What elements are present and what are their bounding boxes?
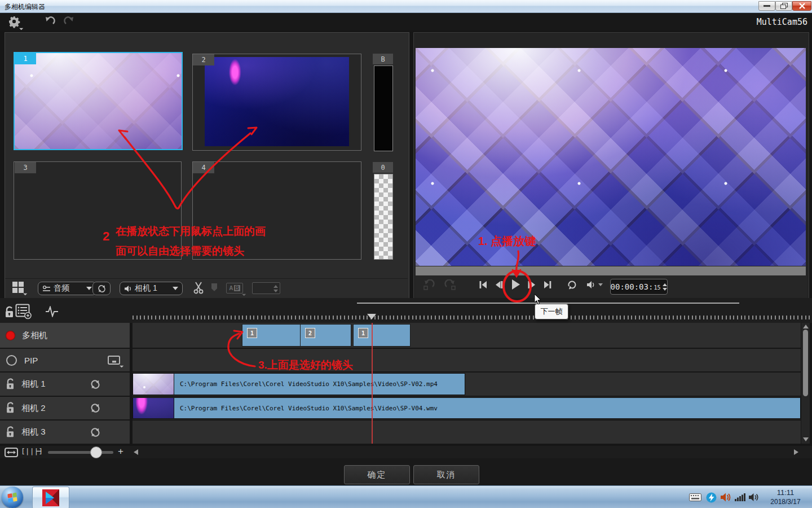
transition-ab-button-disabled: A B (226, 283, 243, 294)
videostudio-app-icon (42, 489, 59, 506)
track-header-camera2[interactable]: 相机 2 (0, 397, 130, 419)
split-clip-button[interactable] (193, 282, 204, 294)
annotation-step1: 1. 点播放键 (478, 234, 536, 249)
playhead-handle[interactable] (367, 314, 376, 319)
volume-tray-icon[interactable] (748, 493, 760, 502)
camera1-track-lane[interactable]: C:\Program Files\Corel\Corel VideoStudio… (133, 373, 801, 396)
timecode-spinner[interactable] (663, 283, 667, 291)
track-header-camera3[interactable]: 相机 3 (0, 421, 130, 444)
unlock-icon[interactable] (6, 378, 15, 391)
multicam-segment[interactable]: 1 (353, 324, 411, 347)
pip-toggle-icon[interactable] (6, 355, 17, 366)
play-button[interactable] (510, 279, 521, 290)
flash-tray-icon[interactable] (706, 492, 717, 503)
undo-icon (44, 16, 55, 27)
layout-grid-button[interactable] (12, 281, 24, 294)
track-label: 相机 2 (21, 403, 46, 414)
prev-frame-icon (495, 281, 504, 289)
zoom-slider-thumb[interactable] (90, 446, 102, 458)
network-tray-icon[interactable] (735, 493, 745, 501)
track-header-multicam[interactable]: 多相机 (0, 323, 130, 348)
redo-button[interactable] (64, 16, 75, 27)
camera-audio-dropdown[interactable]: 相机 1 (120, 282, 183, 295)
audio-dropdown-caret-icon (86, 287, 92, 290)
multicam-track-lane[interactable]: 1 2 1 (133, 323, 801, 348)
annotation-step3: 3.上面是选好的镜头 (258, 358, 353, 373)
unlock-icon[interactable] (6, 426, 15, 439)
camera2-clip-thumbnail (133, 398, 174, 418)
timecode-field[interactable]: 00:00:03:15 (610, 279, 668, 295)
ruler-ticks[interactable] (133, 314, 810, 319)
zoom-in-button[interactable]: + (118, 446, 123, 457)
fit-to-window-icon[interactable] (5, 448, 18, 457)
spinner-arrows-icon (273, 285, 278, 292)
lock-tracks-button[interactable] (5, 305, 15, 319)
sync-icon[interactable] (90, 379, 100, 389)
waveform-icon (45, 306, 59, 317)
annotation-step2-number: 2 (103, 229, 109, 244)
touch-keyboard-tray-icon[interactable] (689, 493, 701, 501)
multicam-editor-window: 多相机编辑器 (0, 0, 812, 508)
go-to-start-button[interactable] (479, 281, 488, 289)
timecode-value: 00:00:03: (611, 282, 654, 291)
add-track-button[interactable] (15, 304, 32, 319)
vertical-scrollbar[interactable] (801, 323, 810, 444)
settings-button[interactable] (7, 15, 21, 28)
camera2-track-lane[interactable]: C:\Program Files\Corel\Corel VideoStudio… (133, 397, 801, 419)
scroll-up-arrow[interactable] (803, 325, 809, 329)
videostudio-taskbar-button[interactable] (32, 487, 69, 508)
lock-icon (5, 305, 15, 319)
preview-video[interactable] (416, 48, 806, 266)
preview-seekbar[interactable] (416, 266, 806, 275)
rotate-left-button-disabled (423, 279, 435, 291)
camera2-clip[interactable]: C:\Program Files\Corel\Corel VideoStudio… (133, 397, 801, 419)
multicam-segment[interactable]: 2 (300, 324, 351, 347)
vertical-scroll-thumb[interactable] (803, 330, 808, 396)
segment-camera-badge: 1 (247, 328, 257, 338)
zoom-slider-track[interactable] (48, 451, 113, 454)
audio-source-dropdown[interactable]: 音频 (38, 282, 96, 295)
next-frame-button[interactable] (527, 281, 536, 289)
volume-caret-icon (598, 283, 603, 286)
zoom-out-button[interactable]: − (36, 446, 42, 457)
minimize-button[interactable] (758, 1, 775, 11)
scroll-left-arrow[interactable] (134, 449, 138, 455)
camera1-clip[interactable]: C:\Program Files\Corel\Corel VideoStudio… (133, 373, 465, 395)
previous-frame-button[interactable] (495, 281, 504, 289)
camera1-preview[interactable] (14, 52, 183, 150)
track-header-pip[interactable]: PIP (0, 349, 130, 371)
camera2-preview[interactable] (192, 54, 361, 151)
track-header-camera1[interactable]: 相机 1 (0, 373, 130, 396)
mouse-cursor (534, 294, 542, 305)
scroll-down-arrow[interactable] (803, 437, 809, 441)
start-button[interactable] (2, 487, 23, 508)
meter-0-label: 0 (373, 162, 393, 173)
volume-button[interactable] (586, 281, 603, 289)
unlock-icon[interactable] (6, 402, 15, 414)
marker-button-disabled (210, 283, 218, 292)
close-icon (799, 3, 805, 9)
taskbar: 11:11 2018/3/17 (0, 485, 812, 508)
audio-sync-button[interactable] (92, 282, 111, 295)
undo-button[interactable] (44, 16, 55, 27)
sync-icon[interactable] (90, 427, 100, 437)
camera3-track-lane[interactable] (133, 421, 801, 444)
scroll-right-arrow[interactable] (794, 449, 798, 455)
taskbar-clock[interactable]: 11:11 2018/3/17 (761, 488, 810, 507)
pip-track-lane[interactable] (133, 349, 801, 371)
playback-controls: 00:00:03:15 (416, 275, 807, 297)
show-waveform-button[interactable] (45, 306, 59, 317)
sync-icon[interactable] (90, 403, 100, 413)
cancel-button[interactable]: 取消 (413, 465, 479, 484)
track-list-add-icon (15, 304, 32, 319)
loop-playback-button[interactable] (567, 280, 577, 290)
go-to-end-button[interactable] (543, 281, 552, 289)
audio-manager-tray-icon[interactable] (720, 492, 731, 502)
close-button[interactable] (792, 1, 811, 11)
volume-speaker-icon (586, 281, 595, 289)
ok-button[interactable]: 确定 (344, 465, 410, 484)
multicam-segment[interactable]: 1 (242, 324, 301, 347)
clock-date: 2018/3/17 (761, 497, 810, 507)
pip-layout-button[interactable] (108, 356, 121, 365)
restore-button[interactable] (775, 1, 792, 11)
